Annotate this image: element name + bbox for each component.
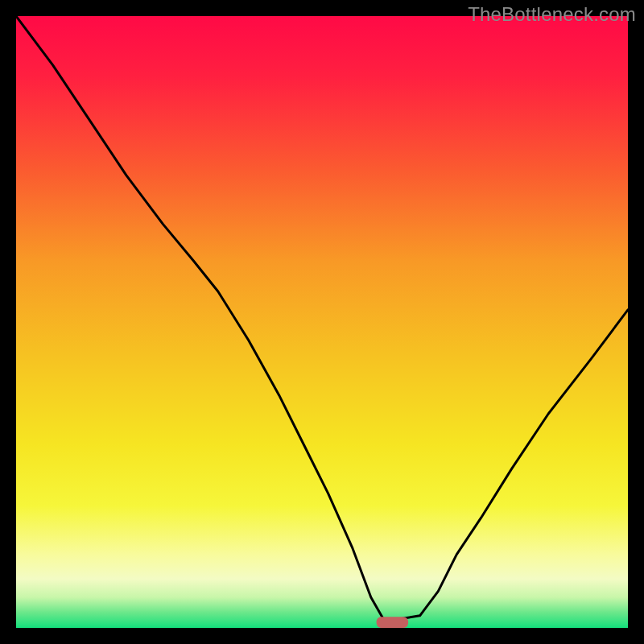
bottleneck-chart [16,16,628,628]
gradient-background [16,16,628,628]
optimal-marker [377,617,409,628]
chart-frame: TheBottleneck.com [0,0,644,644]
